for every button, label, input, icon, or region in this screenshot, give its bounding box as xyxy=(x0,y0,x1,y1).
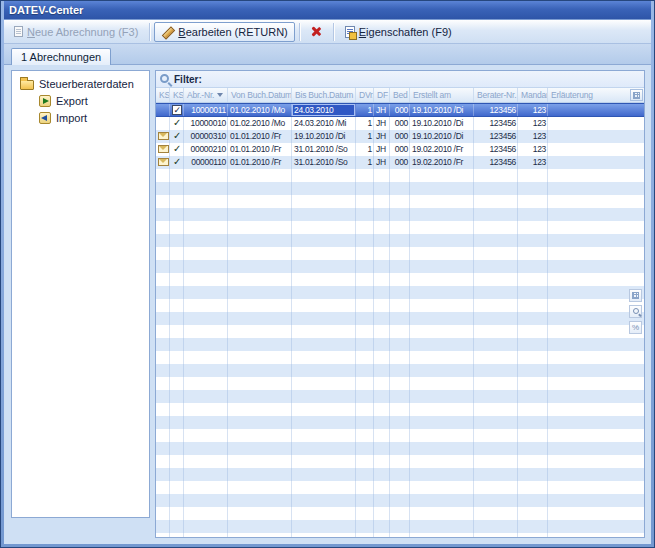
cell: ✓ xyxy=(170,156,184,169)
column-header-bis-buch-datum[interactable]: Bis Buch.Datum xyxy=(292,88,356,102)
empty-row[interactable] xyxy=(156,455,644,468)
tab-abrechnungen[interactable]: 1 Abrechnungen xyxy=(11,48,111,65)
table-row[interactable]: ✓0000031001.01.2010 /Fr19.10.2010 /Di1JH… xyxy=(156,130,644,143)
cell: 1 xyxy=(356,143,374,156)
column-header-ks[interactable]: KS xyxy=(156,88,170,102)
table-row[interactable]: ✓1000001101.02.2010 /Mo24.03.20101JH0001… xyxy=(156,103,644,117)
empty-row[interactable] xyxy=(156,234,644,247)
cell xyxy=(374,325,390,338)
column-header-ks[interactable]: KS xyxy=(170,88,184,102)
table-row[interactable]: ✓1000001001.02.2010 /Mo24.03.2010 /Mi1JH… xyxy=(156,117,644,130)
cell xyxy=(374,312,390,325)
cell xyxy=(374,494,390,507)
tree-item-import[interactable]: Import xyxy=(14,109,147,126)
properties-button[interactable]: Eigenschaften (F9) xyxy=(338,22,459,42)
cell: 19.10.2010 /Di xyxy=(410,104,474,116)
cell xyxy=(170,208,184,221)
cell xyxy=(390,507,410,520)
empty-row[interactable] xyxy=(156,299,644,312)
cell xyxy=(170,403,184,416)
cell xyxy=(356,468,374,481)
cell xyxy=(474,455,518,468)
cell xyxy=(170,338,184,351)
empty-row[interactable] xyxy=(156,208,644,221)
cell xyxy=(518,169,548,182)
empty-row[interactable] xyxy=(156,533,644,537)
empty-row[interactable] xyxy=(156,494,644,507)
empty-row[interactable] xyxy=(156,273,644,286)
column-header-berater-nr-[interactable]: Berater-Nr. xyxy=(474,88,518,102)
cell xyxy=(518,338,548,351)
empty-row[interactable] xyxy=(156,416,644,429)
cell xyxy=(374,507,390,520)
column-header-erstellt-am[interactable]: Erstellt am xyxy=(410,88,474,102)
cell xyxy=(156,234,170,247)
cell xyxy=(170,520,184,533)
cell xyxy=(292,377,356,390)
empty-row[interactable] xyxy=(156,325,644,338)
cell xyxy=(374,221,390,234)
empty-row[interactable] xyxy=(156,260,644,273)
zoom-button[interactable] xyxy=(629,305,642,318)
column-header-bed[interactable]: Bed xyxy=(390,88,410,102)
percent-button[interactable]: % xyxy=(629,321,642,334)
cell xyxy=(356,195,374,208)
cell: 000 xyxy=(390,156,410,169)
cell xyxy=(170,364,184,377)
cell xyxy=(184,364,228,377)
cell xyxy=(390,455,410,468)
cell xyxy=(474,221,518,234)
cell xyxy=(518,442,548,455)
tree-item-export[interactable]: Export xyxy=(14,92,147,109)
empty-row[interactable] xyxy=(156,429,644,442)
cell xyxy=(356,520,374,533)
empty-row[interactable] xyxy=(156,481,644,494)
cell xyxy=(374,533,390,537)
empty-row[interactable] xyxy=(156,195,644,208)
empty-row[interactable] xyxy=(156,182,644,195)
empty-row[interactable] xyxy=(156,364,644,377)
column-header-mandan[interactable]: Mandan xyxy=(518,88,548,102)
empty-row[interactable] xyxy=(156,221,644,234)
tree-item-steuerberaterdaten[interactable]: Steuerberaterdaten xyxy=(14,75,147,92)
table-row[interactable]: ✓0000021001.01.2010 /Fr31.01.2010 /So1JH… xyxy=(156,143,644,156)
cell xyxy=(356,351,374,364)
empty-row[interactable] xyxy=(156,338,644,351)
edit-button[interactable]: Bearbeiten (RETURN) xyxy=(154,22,294,42)
grid-view-button[interactable] xyxy=(629,289,642,302)
cell: 1 xyxy=(356,117,374,130)
column-header-abr-nr-[interactable]: Abr.-Nr. xyxy=(184,88,228,102)
empty-row[interactable] xyxy=(156,312,644,325)
empty-row[interactable] xyxy=(156,507,644,520)
cell xyxy=(228,247,292,260)
table-row[interactable]: ✓0000011001.01.2010 /Fr31.01.2010 /So1JH… xyxy=(156,156,644,169)
cell xyxy=(390,325,410,338)
empty-row[interactable] xyxy=(156,390,644,403)
delete-button[interactable] xyxy=(304,22,329,42)
cell xyxy=(518,234,548,247)
column-header-dvr-[interactable]: DVr. xyxy=(356,88,374,102)
empty-row[interactable] xyxy=(156,247,644,260)
new-billing-button[interactable]: Neue Abrechnung (F3) xyxy=(7,22,145,42)
column-chooser-button[interactable] xyxy=(630,89,643,101)
cell xyxy=(410,325,474,338)
filter-row[interactable]: Filter: xyxy=(156,71,644,88)
titlebar[interactable]: DATEV-Center xyxy=(4,1,651,19)
cell xyxy=(474,286,518,299)
empty-row[interactable] xyxy=(156,351,644,364)
empty-row[interactable] xyxy=(156,403,644,416)
empty-row[interactable] xyxy=(156,468,644,481)
cell xyxy=(374,429,390,442)
cell xyxy=(518,351,548,364)
empty-row[interactable] xyxy=(156,520,644,533)
cell xyxy=(518,364,548,377)
empty-row[interactable] xyxy=(156,377,644,390)
empty-row[interactable] xyxy=(156,169,644,182)
cell xyxy=(410,247,474,260)
column-header-df[interactable]: DF xyxy=(374,88,390,102)
empty-row[interactable] xyxy=(156,286,644,299)
empty-row[interactable] xyxy=(156,442,644,455)
cell xyxy=(410,416,474,429)
column-header-von-buch-datum[interactable]: Von Buch.Datum xyxy=(228,88,292,102)
cell: 19.10.2010 /Di xyxy=(410,130,474,143)
